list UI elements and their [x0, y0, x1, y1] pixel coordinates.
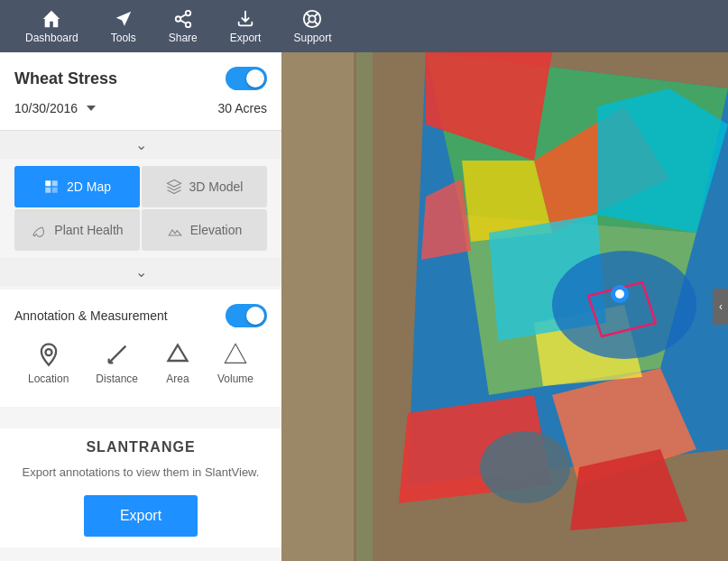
collapse-arrow-1[interactable]: ⌄	[0, 131, 281, 159]
date-selector[interactable]: 10/30/2016	[14, 101, 96, 115]
export-icon	[235, 9, 255, 29]
chevron-down-icon-2: ⌄	[135, 263, 147, 280]
nav-label-export: Export	[230, 32, 262, 44]
view-btn-elevation-label: Elevation	[190, 223, 243, 237]
view-mode-buttons: 2D Map 3D Model Plant Health Elevation	[0, 166, 281, 251]
view-btn-3d-model-label: 3D Model	[189, 179, 244, 194]
location-icon	[36, 342, 61, 367]
map-area[interactable]: ‹	[281, 52, 728, 561]
svg-point-37	[552, 251, 696, 359]
nav-label-share: Share	[169, 32, 198, 44]
area-icon	[165, 342, 190, 367]
svg-rect-14	[45, 188, 51, 193]
svg-line-10	[315, 13, 318, 16]
svg-rect-39	[356, 52, 373, 561]
collapse-sidebar-button[interactable]: ‹	[713, 289, 728, 325]
svg-line-8	[307, 13, 310, 16]
svg-rect-13	[52, 180, 58, 186]
slantrange-description: Export annotations to view them in Slant…	[14, 464, 267, 481]
svg-point-3	[186, 22, 191, 26]
cube-icon	[166, 179, 182, 195]
svg-marker-20	[168, 345, 187, 362]
view-btn-plant-health-label: Plant Health	[54, 223, 123, 237]
annotation-tool-location[interactable]: Location	[28, 342, 69, 385]
nav-item-export[interactable]: Export	[214, 9, 278, 44]
annotation-tool-area[interactable]: Area	[165, 342, 190, 385]
map-icon	[43, 179, 60, 195]
slantrange-title: SLANTRANGE	[14, 439, 267, 455]
svg-line-11	[307, 21, 310, 24]
nav-label-support: Support	[293, 32, 331, 44]
chevron-down-icon-1: ⌄	[135, 136, 147, 153]
date-value: 10/30/2016	[14, 101, 78, 115]
wheat-stress-header: Wheat Stress	[14, 67, 267, 90]
wheat-stress-toggle[interactable]	[226, 67, 267, 90]
svg-line-4	[180, 20, 186, 23]
annotation-tool-distance-label: Distance	[96, 372, 138, 385]
svg-line-17	[108, 346, 125, 363]
view-btn-plant-health[interactable]: Plant Health	[14, 209, 140, 251]
wheat-stress-title: Wheat Stress	[14, 69, 117, 88]
slantrange-section: SLANTRANGE Export annotations to view th…	[0, 428, 281, 547]
svg-point-16	[45, 349, 51, 355]
svg-point-7	[309, 15, 316, 22]
nav-item-dashboard[interactable]: Dashboard	[9, 9, 95, 44]
sidebar: Wheat Stress 10/30/2016 30 Acres ⌄ 2D Ma…	[0, 52, 281, 561]
annotation-title: Annotation & Measurement	[14, 308, 168, 323]
svg-rect-23	[281, 52, 354, 561]
annotation-header: Annotation & Measurement	[14, 304, 267, 327]
svg-point-42	[615, 290, 624, 299]
top-nav: Dashboard Tools Share Export Support	[0, 0, 728, 52]
annotation-tools: Location Distance Area	[14, 342, 267, 385]
wheat-date-row: 10/30/2016 30 Acres	[14, 101, 267, 115]
tools-icon	[114, 9, 134, 29]
main-layout: Wheat Stress 10/30/2016 30 Acres ⌄ 2D Ma…	[0, 52, 728, 561]
collapse-arrow-icon: ‹	[719, 300, 723, 313]
svg-point-2	[176, 16, 181, 22]
annotation-tool-distance[interactable]: Distance	[96, 342, 138, 385]
svg-marker-21	[225, 344, 245, 363]
annotation-section: Annotation & Measurement Location Distan…	[0, 290, 281, 407]
leaf-icon	[31, 222, 47, 238]
wheat-stress-section: Wheat Stress 10/30/2016 30 Acres	[0, 52, 281, 131]
svg-rect-12	[45, 180, 51, 186]
date-caret-icon	[87, 106, 96, 111]
svg-rect-15	[52, 188, 58, 193]
nav-label-tools: Tools	[111, 32, 136, 44]
svg-point-1	[186, 10, 191, 15]
collapse-arrow-2[interactable]: ⌄	[0, 258, 281, 286]
nav-item-support[interactable]: Support	[277, 9, 347, 44]
heatmap-svg	[281, 52, 728, 561]
distance-icon	[105, 342, 130, 367]
nav-item-share[interactable]: Share	[152, 9, 214, 44]
share-icon	[173, 9, 193, 29]
annotation-toggle[interactable]	[226, 304, 267, 327]
view-btn-elevation[interactable]: Elevation	[142, 209, 267, 251]
mountain-icon	[167, 222, 183, 238]
volume-icon	[223, 342, 248, 367]
dashboard-icon	[41, 9, 61, 29]
annotation-tool-area-label: Area	[166, 372, 189, 385]
view-btn-3d-model[interactable]: 3D Model	[142, 166, 267, 207]
svg-line-9	[315, 21, 318, 24]
acres-display: 30 Acres	[218, 101, 267, 115]
annotation-tool-volume[interactable]: Volume	[217, 342, 253, 385]
view-btn-2d-map-label: 2D Map	[67, 179, 111, 194]
slantrange-export-button[interactable]: Export	[84, 495, 198, 537]
svg-marker-0	[43, 10, 60, 26]
annotation-tool-volume-label: Volume	[217, 372, 253, 385]
svg-point-38	[480, 431, 570, 503]
view-btn-2d-map[interactable]: 2D Map	[14, 166, 140, 207]
svg-line-5	[180, 14, 186, 17]
nav-item-tools[interactable]: Tools	[95, 9, 152, 44]
support-icon	[302, 9, 322, 29]
nav-label-dashboard: Dashboard	[25, 32, 78, 44]
annotation-tool-location-label: Location	[28, 372, 69, 385]
